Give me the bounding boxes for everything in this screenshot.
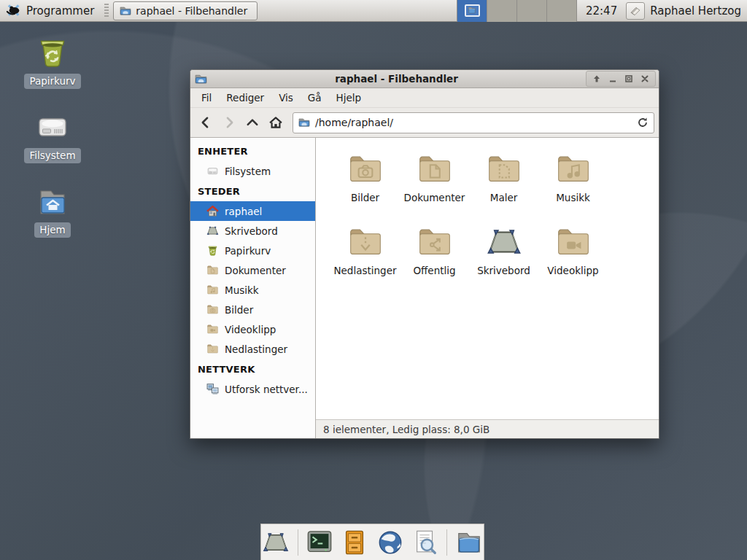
eraser-icon — [629, 4, 642, 18]
home-folder-icon — [35, 184, 70, 219]
folder-downloads-icon — [347, 224, 384, 260]
trash-icon — [35, 35, 70, 70]
file-manager-body: ENHETERFilsystemSTEDERraphaelSkrivebordP… — [190, 137, 659, 438]
file-item-label: Maler — [490, 192, 518, 203]
user-session-button[interactable]: Raphael Hertzog — [624, 0, 747, 22]
sidebar: ENHETERFilsystemSTEDERraphaelSkrivebordP… — [190, 138, 316, 438]
workspace-1[interactable] — [457, 0, 487, 22]
terminal-icon — [306, 529, 333, 556]
app-finder-launcher[interactable] — [410, 527, 440, 558]
path-folder-icon — [298, 117, 310, 128]
sidebar-header: NETTVERK — [190, 359, 315, 379]
menu-vis[interactable]: Vis — [272, 90, 300, 106]
folder-public-icon — [417, 224, 453, 260]
desktop-icon-filsystem[interactable]: Filsystem — [16, 109, 89, 163]
sidebar-item-videoklipp[interactable]: Videoklipp — [190, 319, 315, 339]
file-item-videoklipp[interactable]: Videoklipp — [538, 221, 608, 294]
shade-button[interactable] — [589, 72, 604, 85]
file-item-label: Offentlig — [413, 265, 455, 276]
home-button[interactable] — [265, 112, 287, 133]
sidebar-item-label: Filsystem — [225, 166, 271, 177]
cabinet-icon — [341, 529, 368, 556]
window-controls — [586, 71, 656, 87]
xfce-logo-icon — [6, 3, 22, 19]
show-desktop-button[interactable] — [261, 527, 291, 558]
folder-documents-icon — [417, 151, 453, 187]
dock-separator — [446, 529, 447, 556]
active-window-miniature — [465, 4, 480, 17]
sidebar-item-utforsk-nettver-[interactable]: Utforsk nettver... — [190, 379, 315, 399]
path-bar[interactable]: /home/raphael/ — [293, 112, 654, 133]
network-icon — [206, 383, 219, 395]
path-text[interactable]: /home/raphael/ — [315, 117, 632, 128]
back-button[interactable] — [195, 112, 217, 133]
folder-launcher[interactable] — [454, 527, 484, 558]
menu-rediger[interactable]: Rediger — [220, 90, 271, 106]
sidebar-item-bilder[interactable]: Bilder — [190, 300, 315, 319]
folder-window-icon — [120, 5, 131, 17]
file-item-skrivebord[interactable]: Skrivebord — [469, 221, 538, 294]
folder-music-icon — [555, 151, 592, 187]
panel-clock[interactable]: 22:47 — [577, 4, 624, 18]
file-item-label: Bilder — [351, 192, 379, 203]
sidebar-item-label: Videoklipp — [225, 324, 276, 335]
sidebar-item-skrivebord[interactable]: Skrivebord — [190, 221, 315, 241]
folder-pictures-icon — [206, 303, 219, 316]
desktop-icon — [486, 224, 522, 260]
workspace-4[interactable] — [547, 0, 577, 22]
file-item-nedlastinger[interactable]: Nedlastinger — [330, 221, 400, 294]
home-house-icon — [206, 205, 219, 217]
sidebar-item-musikk[interactable]: Musikk — [190, 280, 315, 300]
workspace-2[interactable] — [487, 0, 517, 22]
desktop-icon-label: Papirkurv — [24, 74, 80, 89]
file-item-musikk[interactable]: Musikk — [538, 148, 608, 221]
sidebar-item-label: Skrivebord — [225, 225, 278, 237]
terminal-launcher[interactable] — [305, 527, 335, 558]
session-button-frame — [626, 2, 645, 20]
file-item-offentlig[interactable]: Offentlig — [400, 221, 469, 294]
taskbar-window-button[interactable]: raphael - Filbehandler — [113, 1, 258, 20]
desktop-icons: PapirkurvFilsystemHjem — [16, 35, 89, 238]
desktop-icon-papirkurv[interactable]: Papirkurv — [16, 35, 89, 89]
file-manager-launcher[interactable] — [340, 527, 370, 558]
workspace-pager — [457, 0, 577, 22]
forward-button[interactable] — [218, 112, 240, 133]
sidebar-item-raphael[interactable]: raphael — [190, 201, 315, 221]
file-item-maler[interactable]: Maler — [469, 148, 538, 221]
folder-dock-icon — [455, 529, 483, 556]
sidebar-item-filsystem[interactable]: Filsystem — [190, 161, 315, 181]
file-item-dokumenter[interactable]: Dokumenter — [400, 148, 469, 221]
sidebar-item-label: Utforsk nettver... — [225, 384, 308, 395]
sidebar-item-papirkurv[interactable]: Papirkurv — [190, 241, 315, 260]
applications-menu-label: Programmer — [26, 4, 94, 18]
file-item-label: Skrivebord — [477, 265, 530, 276]
doc-search-icon — [411, 529, 439, 556]
maximize-button[interactable] — [622, 72, 636, 85]
window-titlebar[interactable]: raphael - Filbehandler — [190, 70, 659, 88]
file-item-bilder[interactable]: Bilder — [330, 148, 400, 221]
taskbar-window-label: raphael - Filbehandler — [136, 5, 247, 17]
reload-icon[interactable] — [637, 117, 649, 128]
sidebar-item-label: raphael — [225, 206, 262, 217]
workspace-3[interactable] — [517, 0, 547, 22]
up-button[interactable] — [241, 112, 263, 133]
menu-gå[interactable]: Gå — [301, 90, 328, 106]
menu-fil[interactable]: Fil — [195, 90, 218, 106]
drive-icon — [35, 109, 70, 144]
minimize-button[interactable] — [605, 72, 620, 85]
files-pane: BilderDokumenterMalerMusikkNedlastingerO… — [316, 138, 659, 438]
sidebar-item-nedlastinger[interactable]: Nedlastinger — [190, 339, 315, 359]
applications-menu-button[interactable]: Programmer — [0, 0, 101, 22]
desktop-icon-hjem[interactable]: Hjem — [16, 184, 89, 238]
sidebar-item-dokumenter[interactable]: Dokumenter — [190, 260, 315, 280]
desktop-icon-label: Hjem — [34, 222, 70, 238]
close-button[interactable] — [638, 72, 652, 85]
globe-icon — [376, 529, 404, 556]
panel-grip — [104, 4, 109, 18]
menu-hjelp[interactable]: Hjelp — [330, 90, 368, 106]
menu-bar: FilRedigerVisGåHjelp — [190, 88, 659, 108]
sidebar-header: STEDER — [190, 181, 315, 201]
web-browser-launcher[interactable] — [375, 527, 405, 558]
user-name-label: Raphael Hertzog — [650, 4, 741, 18]
file-item-label: Dokumenter — [404, 192, 465, 203]
